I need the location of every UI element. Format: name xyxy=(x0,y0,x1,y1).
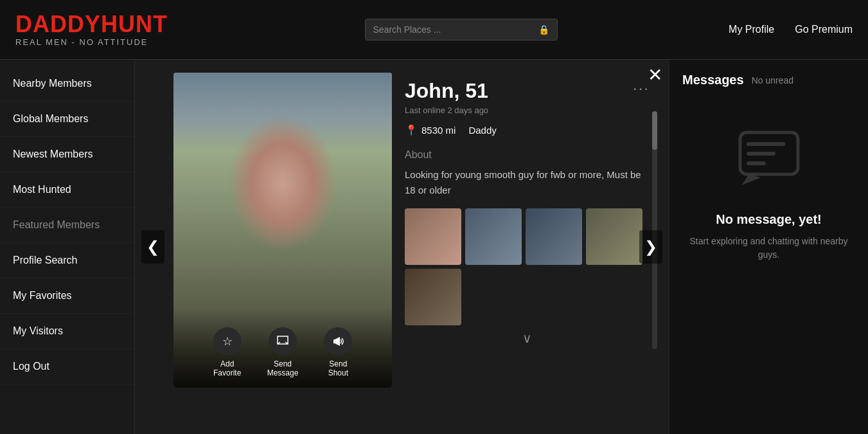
add-favorite-button[interactable]: ☆ AddFavorite xyxy=(213,327,242,377)
messages-panel: Messages No unread No message, yet! Star… xyxy=(669,60,868,434)
about-section: About Looking for young smooth guy for f… xyxy=(405,149,650,198)
my-profile-link[interactable]: My Profile xyxy=(729,24,774,35)
photo-thumb[interactable] xyxy=(465,208,522,265)
location-item: 📍 8530 mi xyxy=(405,124,456,136)
sidebar-item-newest-members[interactable]: Newest Members xyxy=(0,137,134,172)
sidebar-item-my-favorites[interactable]: My Favorites xyxy=(0,278,134,314)
star-icon: ☆ xyxy=(213,327,242,356)
chevron-down-icon: ∨ xyxy=(522,330,532,346)
logo-subtitle: REAL MEN - NO ATTITUDE xyxy=(15,37,168,47)
add-favorite-label: AddFavorite xyxy=(213,359,241,377)
profile-modal: ☆ AddFavorite SendMessage xyxy=(167,66,669,434)
search-box[interactable]: 🔒 xyxy=(365,19,558,41)
send-message-label: SendMessage xyxy=(267,359,299,377)
chat-empty-icon xyxy=(737,126,801,190)
scroll-thumb xyxy=(652,111,657,150)
send-message-button[interactable]: SendMessage xyxy=(267,327,299,377)
profile-photo-section: ☆ AddFavorite SendMessage xyxy=(173,73,392,388)
header: DADDYHUNT REAL MEN - NO ATTITUDE 🔒 My Pr… xyxy=(0,0,868,60)
prev-arrow-button[interactable]: ❮ xyxy=(141,230,164,264)
next-arrow-button[interactable]: ❯ xyxy=(639,230,662,264)
sidebar-item-most-hunted[interactable]: Most Hunted xyxy=(0,172,134,208)
profile-distance: 8530 mi xyxy=(421,125,456,136)
svg-rect-3 xyxy=(747,161,766,165)
photo-actions: ☆ AddFavorite SendMessage xyxy=(173,308,392,388)
sidebar-item-featured-members[interactable]: Featured Members xyxy=(0,208,134,243)
message-icon xyxy=(269,327,297,356)
sidebar-item-nearby-members[interactable]: Nearby Members xyxy=(0,66,134,102)
nav-links: My Profile Go Premium xyxy=(729,24,853,35)
sidebar-item-my-visitors[interactable]: My Visitors xyxy=(0,314,134,349)
main-layout: Nearby Members Global Members Newest Mem… xyxy=(0,60,868,434)
profile-type: Daddy xyxy=(468,125,496,136)
lock-icon: 🔒 xyxy=(538,24,549,35)
content-area: ✕ ❮ ❯ ☆ AddFavorite xyxy=(135,60,669,434)
close-button[interactable]: ✕ xyxy=(648,66,662,84)
messages-header: Messages No unread xyxy=(682,73,855,87)
profile-header: John, 51 Last online 2 days ago ··· xyxy=(405,79,650,115)
profile-name: John, 51 xyxy=(405,79,488,103)
profile-photo: ☆ AddFavorite SendMessage xyxy=(173,73,392,388)
more-photos-button[interactable]: ∨ xyxy=(405,330,650,346)
svg-rect-1 xyxy=(747,142,785,146)
svg-rect-2 xyxy=(747,152,775,156)
photo-thumb[interactable] xyxy=(405,208,461,265)
about-text: Looking for young smooth guy for fwb or … xyxy=(405,167,650,198)
messages-icon-area xyxy=(737,126,801,193)
shout-icon xyxy=(324,327,352,356)
photo-grid xyxy=(405,208,650,325)
logo-title: DADDYHUNT xyxy=(15,13,168,36)
no-message-sub: Start exploring and chatting with nearby… xyxy=(682,235,855,262)
sidebar-item-profile-search[interactable]: Profile Search xyxy=(0,243,134,278)
logo-area: DADDYHUNT REAL MEN - NO ATTITUDE xyxy=(15,13,168,47)
profile-meta: 📍 8530 mi Daddy xyxy=(405,124,650,136)
photo-thumb[interactable] xyxy=(586,208,642,265)
profile-name-area: John, 51 Last online 2 days ago xyxy=(405,79,488,115)
no-unread-badge: No unread xyxy=(752,75,793,86)
about-title: About xyxy=(405,149,650,161)
sidebar-item-global-members[interactable]: Global Members xyxy=(0,102,134,137)
profile-last-online: Last online 2 days ago xyxy=(405,105,488,115)
photo-thumb[interactable] xyxy=(405,269,461,325)
search-input[interactable] xyxy=(373,24,538,35)
sidebar: Nearby Members Global Members Newest Mem… xyxy=(0,60,135,434)
sidebar-item-log-out[interactable]: Log Out xyxy=(0,349,134,384)
go-premium-link[interactable]: Go Premium xyxy=(795,24,853,35)
profile-info-section: John, 51 Last online 2 days ago ··· 📍 85… xyxy=(392,73,662,388)
send-shout-button[interactable]: SendShout xyxy=(324,327,352,377)
search-area: 🔒 xyxy=(193,19,729,41)
location-pin-icon: 📍 xyxy=(405,124,418,136)
photo-thumb[interactable] xyxy=(526,208,582,265)
send-shout-label: SendShout xyxy=(328,359,348,377)
no-message-title: No message, yet! xyxy=(716,212,822,227)
messages-title: Messages xyxy=(682,73,744,87)
